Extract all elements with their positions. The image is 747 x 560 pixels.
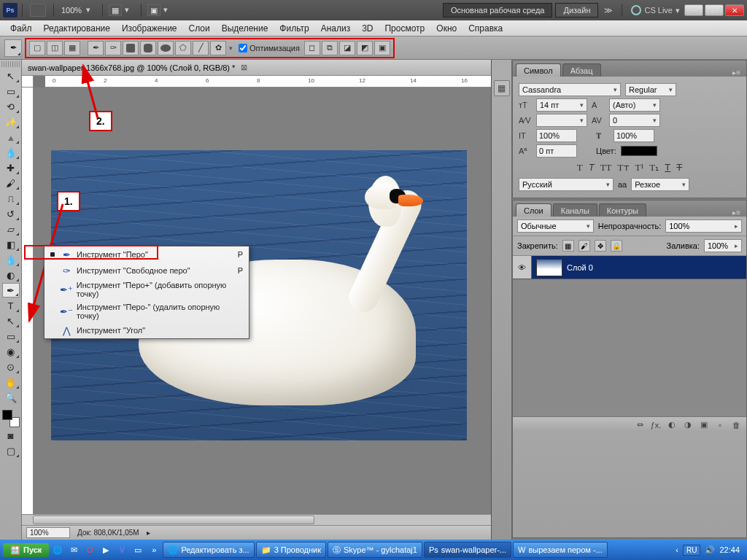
- path-select-tool[interactable]: ↖: [2, 314, 20, 328]
- layer-fx-icon[interactable]: ƒx.: [650, 421, 662, 429]
- ql-player-icon[interactable]: ▶: [98, 542, 113, 557]
- layer-thumbnail[interactable]: [536, 259, 562, 276]
- quick-mask-button[interactable]: ◙: [2, 428, 20, 443]
- ql-opera-icon[interactable]: O: [82, 542, 97, 557]
- stamp-tool[interactable]: ⎍: [2, 191, 20, 206]
- lock-position[interactable]: ✥: [595, 240, 606, 252]
- cslive-button[interactable]: CS Live ▾: [631, 5, 680, 15]
- tray-volume-icon[interactable]: 🔊: [705, 545, 715, 555]
- language-select[interactable]: Русский▾: [519, 178, 614, 191]
- mode-paths[interactable]: ◫: [47, 41, 63, 55]
- menu-image[interactable]: Изображение: [116, 21, 183, 36]
- screen-mode-toggle[interactable]: ▢: [2, 443, 20, 458]
- menu-filter[interactable]: Фильтр: [274, 21, 314, 36]
- crop-tool[interactable]: ⟁: [2, 130, 20, 144]
- 3d-camera-tool[interactable]: ⊙: [2, 359, 20, 374]
- menu-select[interactable]: Выделение: [216, 21, 274, 36]
- visibility-toggle[interactable]: 👁: [513, 256, 532, 279]
- document-tab[interactable]: swan-wallpaper-1366x768.jpg @ 100% (Слой…: [22, 60, 491, 76]
- window-minimize-button[interactable]: ─: [684, 4, 703, 16]
- task-word[interactable]: W вырезаем пером -...: [513, 542, 608, 558]
- lock-all[interactable]: 🔒: [611, 240, 622, 252]
- flyout-convert-point[interactable]: ⋀Инструмент "Угол": [44, 322, 249, 338]
- ql-ie-icon[interactable]: 🌐: [50, 542, 65, 557]
- kerning-field[interactable]: ▾: [536, 114, 587, 127]
- shape-rectangle[interactable]: [123, 41, 139, 55]
- shape-polygon[interactable]: ⬠: [175, 41, 191, 55]
- lock-pixels[interactable]: 🖌: [578, 240, 590, 252]
- mode-shape-layers[interactable]: ▢: [29, 41, 45, 55]
- menu-view[interactable]: Просмотр: [379, 21, 430, 36]
- arrange-docs-button[interactable]: ▦: [109, 4, 122, 16]
- layer-group-icon[interactable]: ▣: [698, 420, 710, 429]
- shape-tool[interactable]: ▭: [2, 329, 20, 343]
- blend-mode-select[interactable]: Обычные▾: [517, 219, 594, 233]
- task-skype[interactable]: Ⓢ Skype™ - gylchataj1: [328, 542, 422, 558]
- window-maximize-button[interactable]: ▭: [705, 4, 724, 16]
- eyedropper-tool[interactable]: 💧: [2, 145, 20, 160]
- dodge-tool[interactable]: ◐: [2, 268, 20, 282]
- ql-desktop-icon[interactable]: ▭: [131, 542, 145, 557]
- tool-preset-button[interactable]: ✒: [4, 39, 22, 57]
- layer-name[interactable]: Слой 0: [567, 263, 593, 272]
- path-op-exclude[interactable]: ▣: [374, 41, 390, 55]
- bridge-dropdown[interactable]: [30, 4, 46, 17]
- delete-layer-icon[interactable]: 🗑: [730, 421, 742, 429]
- type-tool[interactable]: T: [2, 298, 20, 313]
- tab-paths[interactable]: Контуры: [599, 203, 646, 217]
- adjustment-layer-icon[interactable]: ◑: [682, 420, 694, 429]
- path-op-new[interactable]: ◻: [304, 41, 320, 55]
- menu-window[interactable]: Окно: [430, 21, 462, 36]
- magic-wand-tool[interactable]: ✨: [2, 114, 20, 129]
- screen-mode-button[interactable]: ▣: [147, 4, 160, 16]
- tab-symbol[interactable]: Символ: [516, 63, 561, 77]
- tab-channels[interactable]: Каналы: [553, 203, 597, 217]
- flyout-delete-anchor[interactable]: ✒⁻Инструмент "Перо-" (удалить опорную то…: [44, 300, 249, 322]
- tab-layers[interactable]: Слои: [516, 203, 551, 217]
- flyout-pen[interactable]: ✒Инструмент "Перо"P: [44, 246, 249, 262]
- zoom-tool[interactable]: 🔍: [2, 390, 20, 405]
- ql-more-icon[interactable]: »: [147, 542, 161, 557]
- link-layers-icon[interactable]: ⇔: [634, 420, 646, 429]
- blur-tool[interactable]: 💧: [2, 252, 20, 267]
- shape-rounded-rect[interactable]: [140, 41, 156, 55]
- font-style-select[interactable]: Regular▾: [625, 83, 676, 96]
- status-zoom-field[interactable]: 100%: [26, 527, 70, 538]
- new-layer-icon[interactable]: ▫: [714, 421, 726, 429]
- leading-field[interactable]: (Авто)▾: [609, 98, 660, 112]
- hscale-field[interactable]: 100%: [614, 129, 654, 142]
- healing-tool[interactable]: ✚: [2, 160, 20, 175]
- path-op-subtract[interactable]: ◪: [339, 41, 355, 55]
- move-tool[interactable]: ↖: [2, 69, 20, 83]
- font-size-field[interactable]: 14 пт▾: [536, 98, 587, 112]
- brush-tool[interactable]: 🖌: [2, 176, 20, 190]
- window-close-button[interactable]: ✕: [725, 4, 744, 16]
- color-swatches[interactable]: [2, 410, 20, 427]
- task-explorer[interactable]: 📁 3 Проводник: [256, 542, 326, 558]
- menu-analysis[interactable]: Анализ: [315, 21, 357, 36]
- shape-ellipse[interactable]: [158, 41, 174, 55]
- flyout-add-anchor[interactable]: ✒⁺Инструмент "Перо+" (добавить опорную т…: [44, 279, 249, 300]
- dock-icon[interactable]: ▦: [494, 80, 510, 96]
- ql-mail-icon[interactable]: ✉: [66, 542, 81, 557]
- zoom-level[interactable]: 100%: [61, 6, 82, 15]
- ql-viber-icon[interactable]: V: [115, 542, 129, 557]
- shape-custom[interactable]: ✿: [210, 41, 226, 55]
- tab-paragraph[interactable]: Абзац: [562, 63, 601, 77]
- shape-line[interactable]: ╱: [193, 41, 209, 55]
- eraser-tool[interactable]: ▱: [2, 222, 20, 236]
- tracking-field[interactable]: 0▾: [609, 114, 660, 127]
- menu-layer[interactable]: Слои: [183, 21, 216, 36]
- antialias-select[interactable]: Резкое▾: [631, 178, 689, 191]
- menu-3d[interactable]: 3D: [356, 21, 379, 36]
- gradient-tool[interactable]: ◧: [2, 237, 20, 252]
- menu-edit[interactable]: Редактирование: [38, 21, 116, 36]
- menu-file[interactable]: Файл: [4, 21, 38, 36]
- zoom-dropdown-icon[interactable]: ▾: [86, 5, 96, 15]
- language-indicator[interactable]: RU: [683, 545, 700, 556]
- menu-help[interactable]: Справка: [462, 21, 508, 36]
- pen-tool-icon[interactable]: ✒: [88, 41, 104, 55]
- layer-mask-icon[interactable]: ◐: [666, 420, 678, 429]
- panel-menu-icon[interactable]: ▸≡: [729, 69, 743, 77]
- path-op-intersect[interactable]: ◩: [357, 41, 373, 55]
